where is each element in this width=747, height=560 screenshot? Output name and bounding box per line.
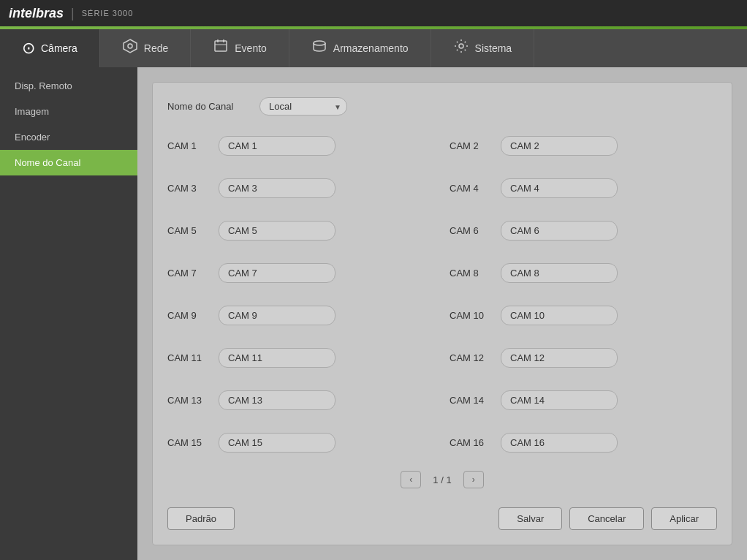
cam-input[interactable] bbox=[501, 348, 618, 368]
cam-row: CAM 4 bbox=[450, 171, 717, 205]
cam-row: CAM 11 bbox=[167, 341, 435, 374]
cam-input[interactable] bbox=[219, 390, 335, 410]
cam-label: CAM 7 bbox=[167, 268, 211, 279]
cam-input[interactable] bbox=[219, 433, 335, 453]
page-info: 1 / 1 bbox=[433, 474, 451, 485]
cam-label: CAM 1 bbox=[167, 140, 211, 151]
cam-row: CAM 6 bbox=[450, 213, 717, 247]
cam-label: CAM 12 bbox=[450, 352, 493, 363]
cam-row: CAM 3 bbox=[167, 171, 435, 205]
cam-label: CAM 8 bbox=[450, 268, 493, 279]
right-button-group: Salvar Cancelar Aplicar bbox=[498, 507, 717, 530]
svg-rect-4 bbox=[223, 39, 224, 42]
nav-armazenamento-label: Armazenamento bbox=[333, 42, 409, 54]
nav-evento-label: Evento bbox=[235, 42, 267, 54]
logo-divider: | bbox=[71, 6, 75, 21]
cam-row: CAM 13 bbox=[167, 383, 435, 417]
content-area: Nome do Canal Local Remote ▼ CAM 1CAM 2C… bbox=[137, 67, 747, 560]
channel-name-row: Nome do Canal Local Remote ▼ bbox=[167, 97, 717, 116]
channel-name-select-wrapper: Local Remote ▼ bbox=[259, 97, 347, 116]
cam-input[interactable] bbox=[219, 348, 335, 368]
svg-point-7 bbox=[459, 44, 463, 48]
cam-input[interactable] bbox=[501, 390, 618, 410]
cam-input[interactable] bbox=[219, 178, 335, 198]
logo: intelbras bbox=[9, 6, 64, 21]
cam-input[interactable] bbox=[501, 263, 618, 283]
channel-name-select[interactable]: Local Remote bbox=[259, 97, 347, 116]
prev-page-button[interactable]: ‹ bbox=[401, 471, 421, 488]
cam-label: CAM 5 bbox=[167, 225, 211, 236]
cancelar-button[interactable]: Cancelar bbox=[569, 507, 644, 530]
pagination: ‹ 1 / 1 › bbox=[167, 471, 717, 488]
cam-input[interactable] bbox=[219, 263, 335, 283]
cam-label: CAM 13 bbox=[167, 395, 211, 406]
cam-label: CAM 14 bbox=[450, 395, 493, 406]
rede-nav-icon bbox=[122, 38, 138, 58]
nav-sistema-label: Sistema bbox=[475, 42, 512, 54]
cam-row: CAM 10 bbox=[450, 298, 717, 332]
sidebar-item-nome-do-canal[interactable]: Nome do Canal bbox=[0, 150, 137, 175]
svg-rect-2 bbox=[215, 41, 227, 51]
main-layout: Disp. Remoto Imagem Encoder Nome do Cana… bbox=[0, 67, 747, 560]
cam-input[interactable] bbox=[501, 136, 618, 156]
nav-item-sistema[interactable]: Sistema bbox=[431, 29, 535, 67]
cam-label: CAM 6 bbox=[450, 225, 493, 236]
nav-item-armazenamento[interactable]: Armazenamento bbox=[289, 29, 431, 67]
cam-row: CAM 8 bbox=[450, 256, 717, 290]
cam-row: CAM 14 bbox=[450, 383, 717, 417]
nav-rede-label: Rede bbox=[144, 42, 168, 54]
cam-input[interactable] bbox=[219, 136, 335, 156]
nav-camera-label: Câmera bbox=[41, 42, 77, 54]
cam-input[interactable] bbox=[501, 178, 618, 198]
sidebar: Disp. Remoto Imagem Encoder Nome do Cana… bbox=[0, 67, 137, 560]
cam-label: CAM 11 bbox=[167, 352, 211, 363]
cam-row: CAM 1 bbox=[167, 129, 435, 162]
header-bar: intelbras | SÉRIE 3000 bbox=[0, 0, 747, 26]
sidebar-item-disp-remoto[interactable]: Disp. Remoto bbox=[0, 73, 137, 99]
svg-marker-0 bbox=[124, 39, 137, 53]
svg-point-6 bbox=[314, 41, 325, 45]
bottom-buttons: Padrão Salvar Cancelar Aplicar bbox=[167, 500, 717, 530]
cam-input[interactable] bbox=[501, 221, 618, 241]
salvar-button[interactable]: Salvar bbox=[498, 507, 562, 530]
sidebar-item-imagem[interactable]: Imagem bbox=[0, 99, 137, 124]
cam-row: CAM 7 bbox=[167, 256, 435, 290]
aplicar-button[interactable]: Aplicar bbox=[651, 507, 717, 530]
cam-row: CAM 16 bbox=[450, 425, 717, 459]
cam-label: CAM 4 bbox=[450, 183, 493, 194]
cam-label: CAM 2 bbox=[450, 140, 493, 151]
cam-row: CAM 2 bbox=[450, 129, 717, 162]
cam-label: CAM 16 bbox=[450, 437, 493, 448]
content-panel: Nome do Canal Local Remote ▼ CAM 1CAM 2C… bbox=[152, 82, 732, 545]
camera-grid: CAM 1CAM 2CAM 3CAM 4CAM 5CAM 6CAM 7CAM 8… bbox=[167, 129, 717, 459]
padrao-button[interactable]: Padrão bbox=[167, 507, 235, 530]
armazenamento-nav-icon bbox=[311, 38, 327, 58]
channel-name-label: Nome do Canal bbox=[167, 101, 248, 112]
cam-label: CAM 10 bbox=[450, 310, 493, 321]
evento-nav-icon bbox=[213, 38, 229, 58]
cam-input[interactable] bbox=[501, 433, 618, 453]
svg-rect-3 bbox=[217, 39, 219, 42]
nav-item-rede[interactable]: Rede bbox=[100, 29, 191, 67]
nav-item-evento[interactable]: Evento bbox=[191, 29, 289, 67]
cam-input[interactable] bbox=[219, 306, 335, 325]
cam-row: CAM 5 bbox=[167, 213, 435, 247]
cam-label: CAM 15 bbox=[167, 437, 211, 448]
cam-input[interactable] bbox=[501, 306, 618, 325]
cam-row: CAM 15 bbox=[167, 425, 435, 459]
cam-row: CAM 12 bbox=[450, 341, 717, 374]
top-navigation: ⊙ Câmera Rede Evento A bbox=[0, 29, 747, 67]
nav-item-camera[interactable]: ⊙ Câmera bbox=[0, 29, 100, 67]
cam-input[interactable] bbox=[219, 221, 335, 241]
cam-label: CAM 9 bbox=[167, 310, 211, 321]
next-page-button[interactable]: › bbox=[463, 471, 484, 488]
series-label: SÉRIE 3000 bbox=[82, 9, 134, 18]
sistema-nav-icon bbox=[453, 38, 469, 58]
sidebar-item-encoder[interactable]: Encoder bbox=[0, 124, 137, 150]
camera-nav-icon: ⊙ bbox=[22, 39, 35, 58]
svg-point-1 bbox=[128, 44, 132, 48]
cam-label: CAM 3 bbox=[167, 183, 211, 194]
cam-row: CAM 9 bbox=[167, 298, 435, 332]
